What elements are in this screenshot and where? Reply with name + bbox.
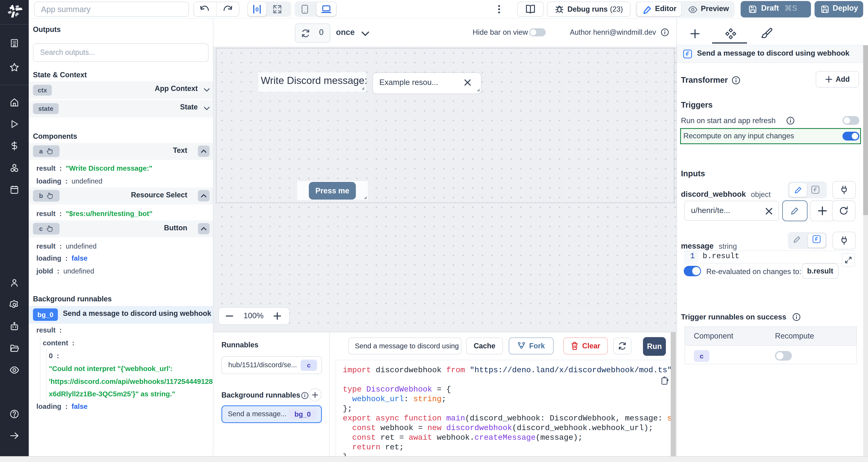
svg-text:0: 0 [255, 6, 259, 13]
